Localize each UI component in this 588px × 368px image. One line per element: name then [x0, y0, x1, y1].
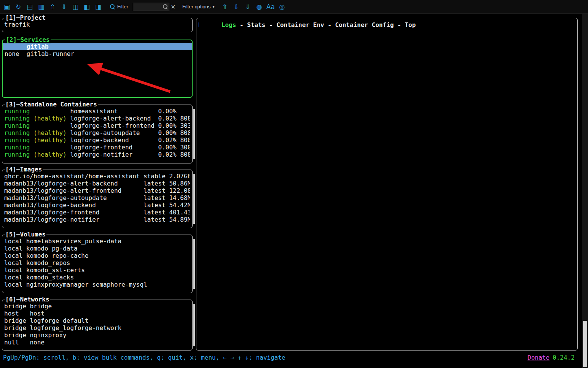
- container-row[interactable]: running logforge-frontend 0.00% 300: [2, 144, 192, 151]
- logs-panel-tabs: Logs - Stats - Container Env - Container…: [199, 14, 416, 36]
- window-scrollbar[interactable]: [582, 14, 588, 368]
- network-row[interactable]: host host: [2, 310, 192, 317]
- rows-view-icon[interactable]: ▤: [25, 2, 35, 12]
- tab-container-env[interactable]: Container Env: [276, 21, 324, 29]
- volume-row[interactable]: local komodo_stacks: [2, 274, 192, 281]
- volume-row[interactable]: local nginxproxymanager_semaphore-mysql: [2, 281, 192, 288]
- image-row[interactable]: madanb13/logforge-frontend latest 401.43: [2, 209, 192, 216]
- filter-options-button[interactable]: Filter options ▾: [182, 4, 215, 10]
- image-row[interactable]: madanb13/logforge-backend latest 54.42M: [2, 201, 192, 209]
- statusbar: PgUp/PgDn: scroll, b: view bulk commands…: [0, 354, 582, 362]
- toolbar-left-icons: ▣ ↻ ▤ ▥ ⇧ ⇩ ◫ ◧ ◨: [2, 2, 103, 12]
- container-row[interactable]: running logforge-alert-frontend 0.00% 30…: [2, 122, 192, 129]
- panel-scrollbar[interactable]: [193, 239, 195, 289]
- panel-project[interactable]: [1]─Project traefik: [2, 18, 193, 32]
- search-icon: [110, 4, 115, 9]
- panel-services[interactable]: [2]─Services gitlab none gitlab-runner: [2, 40, 193, 98]
- save-page-icon[interactable]: ⇓: [243, 2, 253, 12]
- panel-volumes-title: [5]─Volumes: [5, 231, 46, 238]
- copy-page-icon[interactable]: ⇧: [220, 2, 230, 12]
- donate-link[interactable]: Donate: [527, 354, 550, 361]
- panel-networks[interactable]: [6]─Networks bridge bridge host host bri…: [2, 300, 193, 351]
- panel-containers[interactable]: [3]─Standalone Containers running homeas…: [2, 105, 193, 163]
- split-right-icon[interactable]: ◨: [93, 2, 103, 12]
- network-row[interactable]: bridge nginxproxy: [2, 332, 192, 339]
- paste-page-icon[interactable]: ⇩: [231, 2, 241, 12]
- volume-row[interactable]: local komodo_repo-cache: [2, 252, 192, 259]
- refresh-icon[interactable]: ↻: [13, 2, 23, 12]
- panel-scrollbar[interactable]: [193, 304, 195, 346]
- toolbar-right-icons: ⇧ ⇩ ⇓ ◍ Aa ◎: [220, 2, 287, 12]
- image-row[interactable]: madanb13/logforge-alert-backend latest 5…: [2, 180, 192, 187]
- image-row[interactable]: madanb13/logforge-notifier latest 54.89M: [2, 216, 192, 223]
- window-scrollbar-thumb[interactable]: [583, 321, 587, 367]
- import-icon[interactable]: ⇩: [59, 2, 69, 12]
- network-row[interactable]: null none: [2, 339, 192, 346]
- panel-services-title: [2]─Services: [5, 36, 51, 43]
- panel-volumes[interactable]: [5]─Volumes local homelabservices_pulse-…: [2, 235, 193, 293]
- panel-project-title: [1]─Project: [5, 14, 46, 21]
- volumes-list: local homelabservices_pulse-data local k…: [2, 235, 192, 290]
- container-row[interactable]: running (healthy) logforge-backend 0.02%…: [2, 136, 192, 144]
- filter-label: Filter: [110, 4, 128, 10]
- panel-images-title: [4]─Images: [5, 166, 43, 173]
- search-submit-icon[interactable]: [163, 4, 168, 9]
- image-row[interactable]: madanb13/logforge-alert-frontend latest …: [2, 187, 192, 194]
- service-row[interactable]: none gitlab-runner: [3, 50, 192, 57]
- container-row[interactable]: running homeassistant 0.00%: [2, 108, 192, 115]
- panel-images[interactable]: [4]─Images ghcr.io/home-assistant/home-a…: [2, 170, 193, 228]
- volume-row[interactable]: local komodo_repos: [2, 259, 192, 266]
- panel-containers-title: [3]─Standalone Containers: [5, 101, 98, 108]
- container-row[interactable]: running (healthy) logforge-notifier 0.02…: [2, 151, 192, 158]
- volume-row[interactable]: local homelabservices_pulse-data: [2, 238, 192, 245]
- container-row[interactable]: running (healthy) logforge-autoupdate 0.…: [2, 129, 192, 136]
- tab-stats[interactable]: Stats: [247, 21, 265, 29]
- display-icon[interactable]: ▣: [2, 2, 12, 12]
- images-list: ghcr.io/home-assistant/home-assistant st…: [2, 170, 192, 225]
- container-row[interactable]: running (healthy) logforge-alert-backend…: [2, 115, 192, 122]
- containers-list: running homeassistant 0.00% running (hea…: [2, 105, 192, 160]
- tab-top[interactable]: Top: [405, 21, 416, 29]
- toolbar: ▣ ↻ ▤ ▥ ⇧ ⇩ ◫ ◧ ◨ Filter × Filter option…: [0, 0, 588, 14]
- panel-scrollbar[interactable]: [193, 174, 195, 224]
- tab-container-config[interactable]: Container Config: [335, 21, 394, 29]
- network-row[interactable]: bridge logforge_default: [2, 317, 192, 324]
- panel-scrollbar[interactable]: [193, 109, 195, 159]
- project-row[interactable]: traefik: [2, 21, 192, 28]
- find-window-icon[interactable]: ◎: [277, 2, 287, 12]
- volume-row[interactable]: local komodo_ssl-certs: [2, 266, 192, 274]
- panel-logs[interactable]: Logs - Stats - Container Env - Container…: [196, 18, 578, 351]
- terminal-area: [1]─Project traefik [2]─Services gitlab …: [0, 14, 582, 368]
- export-icon[interactable]: ⇧: [48, 2, 57, 12]
- panel-networks-title: [6]─Networks: [5, 296, 50, 303]
- image-row[interactable]: madanb13/logforge-autoupdate latest 14.6…: [2, 194, 192, 201]
- font-size-icon[interactable]: Aa: [266, 2, 276, 12]
- filter-input[interactable]: [134, 3, 163, 10]
- network-row[interactable]: bridge bridge: [2, 303, 192, 310]
- version-label: 0.24.2: [553, 354, 575, 361]
- service-row[interactable]: gitlab: [3, 43, 192, 50]
- keybindings-help: PgUp/PgDn: scroll, b: view bulk commands…: [0, 354, 285, 361]
- network-row[interactable]: bridge logforge_logforge-network: [2, 324, 192, 332]
- services-list: gitlab none gitlab-runner: [3, 40, 192, 94]
- chevron-down-icon: ▾: [212, 4, 215, 9]
- clear-filter-icon[interactable]: ×: [169, 3, 177, 11]
- split-left-icon[interactable]: ◧: [82, 2, 92, 12]
- filter-input-box: [133, 3, 169, 11]
- image-row[interactable]: ghcr.io/home-assistant/home-assistant st…: [2, 173, 192, 180]
- columns-view-icon[interactable]: ▥: [36, 2, 46, 12]
- networks-list: bridge bridge host host bridge logforge_…: [2, 300, 192, 347]
- volume-row[interactable]: local komodo_pg-data: [2, 245, 192, 252]
- pause-icon[interactable]: ◫: [70, 2, 80, 12]
- globe-icon[interactable]: ◍: [254, 2, 264, 12]
- tab-logs[interactable]: Logs: [221, 21, 236, 29]
